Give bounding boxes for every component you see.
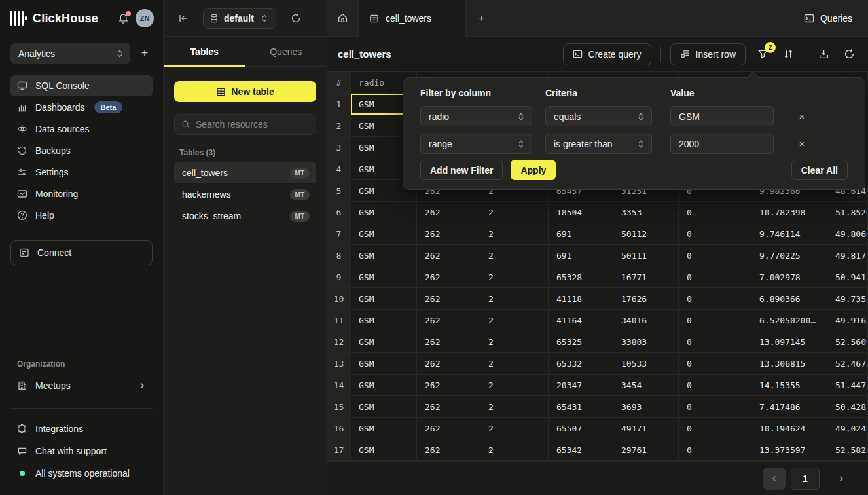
table-cell[interactable]: 6.52050200…	[751, 310, 827, 331]
sidebar-item-backups[interactable]: Backups	[10, 140, 153, 161]
table-cell[interactable]: 0	[679, 310, 751, 331]
database-selector[interactable]: default	[203, 8, 276, 29]
table-cell[interactable]: 34016	[613, 310, 679, 331]
filter-column-select[interactable]: radio	[420, 106, 532, 126]
table-list-item-stocks-stream[interactable]: stocks_stream MT	[174, 206, 316, 227]
table-cell[interactable]: 0	[679, 202, 751, 223]
table-cell[interactable]: 2	[480, 223, 549, 245]
table-cell[interactable]: 0	[679, 266, 751, 288]
remove-filter-button[interactable]: ×	[792, 134, 812, 154]
tab-queries[interactable]: Queries	[245, 37, 327, 66]
table-cell[interactable]: 0	[679, 331, 751, 353]
table-cell[interactable]: 49.916384	[827, 310, 868, 331]
org-selector[interactable]: Analytics	[10, 43, 130, 64]
queries-button[interactable]: Queries	[804, 13, 852, 24]
system-status[interactable]: All systems operational	[10, 464, 153, 483]
table-cell[interactable]: 14.15355	[751, 375, 827, 396]
table-cell[interactable]: 13.097145	[751, 331, 827, 353]
table-cell[interactable]: 3693	[613, 396, 679, 418]
table-cell[interactable]: 49.735233	[827, 288, 868, 310]
table-cell[interactable]: 65325	[549, 331, 613, 353]
table-cell[interactable]: GSM	[351, 288, 417, 310]
table-cell[interactable]: 49.817739	[827, 245, 868, 266]
sort-button[interactable]	[780, 46, 797, 62]
table-cell[interactable]: 52.582505	[827, 439, 868, 461]
filter-button[interactable]: 2	[755, 46, 771, 62]
table-cell[interactable]: 2	[480, 418, 549, 439]
table-cell[interactable]: 52.560998	[827, 331, 868, 353]
table-cell[interactable]: 0	[679, 353, 751, 375]
add-new-filter-button[interactable]: Add new Filter	[420, 160, 503, 180]
table-cell[interactable]: 0	[679, 396, 751, 418]
table-cell[interactable]: 2	[480, 202, 549, 223]
sidebar-item-meetups[interactable]: Meetups	[10, 375, 153, 396]
add-service-button[interactable]: +	[137, 46, 153, 60]
home-button[interactable]	[327, 0, 359, 36]
table-cell[interactable]: 2	[480, 266, 549, 288]
open-tab-cell-towers[interactable]: cell_towers	[359, 0, 466, 37]
apply-filter-button[interactable]: Apply	[511, 160, 556, 180]
table-cell[interactable]: 50.941544	[827, 266, 868, 288]
filter-criteria-select[interactable]: is greater than	[545, 134, 652, 154]
table-cell[interactable]: 10.782398	[751, 202, 827, 223]
filter-column-select[interactable]: range	[420, 134, 532, 154]
table-cell[interactable]: 50.428105	[827, 396, 868, 418]
new-tab-button[interactable]: +	[466, 0, 497, 36]
current-page-indicator[interactable]: 1	[791, 468, 820, 490]
table-cell[interactable]: 51.447201	[827, 375, 868, 396]
sidebar-item-dashboards[interactable]: Dashboards Beta	[10, 97, 153, 118]
refresh-tables-button[interactable]	[291, 13, 301, 24]
table-cell[interactable]: 262	[417, 288, 480, 310]
table-cell[interactable]: 2	[480, 396, 549, 418]
table-cell[interactable]: 10.194624	[751, 418, 827, 439]
table-cell[interactable]: 0	[679, 439, 751, 461]
table-cell[interactable]: 13.306815	[751, 353, 827, 375]
table-cell[interactable]: 16771	[613, 266, 679, 288]
table-cell[interactable]: 41164	[549, 310, 613, 331]
table-cell[interactable]: 262	[417, 418, 480, 439]
table-cell[interactable]: 29761	[613, 439, 679, 461]
notification-bell-icon[interactable]	[118, 13, 129, 24]
table-cell[interactable]: 2	[480, 288, 549, 310]
create-query-button[interactable]: Create query	[563, 43, 651, 65]
table-cell[interactable]: GSM	[351, 353, 417, 375]
table-cell[interactable]: 262	[417, 223, 480, 245]
search-resources-input[interactable]	[196, 119, 309, 130]
row-number-header[interactable]: #	[327, 72, 351, 94]
collapse-panel-button[interactable]	[178, 13, 189, 24]
table-cell[interactable]: 3353	[613, 202, 679, 223]
next-page-button[interactable]	[830, 468, 852, 490]
table-cell[interactable]: GSM	[351, 202, 417, 223]
table-list-item-cell-towers[interactable]: cell_towers MT	[174, 162, 316, 183]
table-cell[interactable]: 33803	[613, 331, 679, 353]
table-cell[interactable]: 2	[480, 353, 549, 375]
table-cell[interactable]: 65328	[549, 266, 613, 288]
table-cell[interactable]: 691	[549, 245, 613, 266]
table-cell[interactable]: 262	[417, 310, 480, 331]
table-cell[interactable]: GSM	[351, 266, 417, 288]
table-cell[interactable]: 3454	[613, 375, 679, 396]
table-cell[interactable]: GSM	[351, 396, 417, 418]
download-button[interactable]	[816, 46, 832, 62]
table-cell[interactable]: 0	[679, 288, 751, 310]
connect-button[interactable]: Connect	[10, 240, 153, 265]
table-cell[interactable]: 65342	[549, 439, 613, 461]
table-cell[interactable]: GSM	[351, 418, 417, 439]
table-cell[interactable]: 262	[417, 375, 480, 396]
table-cell[interactable]: 262	[417, 266, 480, 288]
table-cell[interactable]: 7.002978	[751, 266, 827, 288]
sidebar-item-data-sources[interactable]: Data sources	[10, 119, 153, 139]
avatar[interactable]: ZN	[136, 9, 154, 28]
table-cell[interactable]: GSM	[351, 331, 417, 353]
table-cell[interactable]: 41118	[549, 288, 613, 310]
table-cell[interactable]: 13.373597	[751, 439, 827, 461]
filter-value-input[interactable]: GSM	[670, 106, 774, 126]
filter-value-input[interactable]: 2000	[670, 134, 774, 154]
table-cell[interactable]: 10533	[613, 353, 679, 375]
table-list-item-hackernews[interactable]: hackernews MT	[174, 184, 316, 205]
table-cell[interactable]: 52.4673325	[827, 353, 868, 375]
table-cell[interactable]: 18504	[549, 202, 613, 223]
table-cell[interactable]: 51.852036	[827, 202, 868, 223]
table-cell[interactable]: 65507	[549, 418, 613, 439]
tab-tables[interactable]: Tables	[164, 37, 245, 66]
